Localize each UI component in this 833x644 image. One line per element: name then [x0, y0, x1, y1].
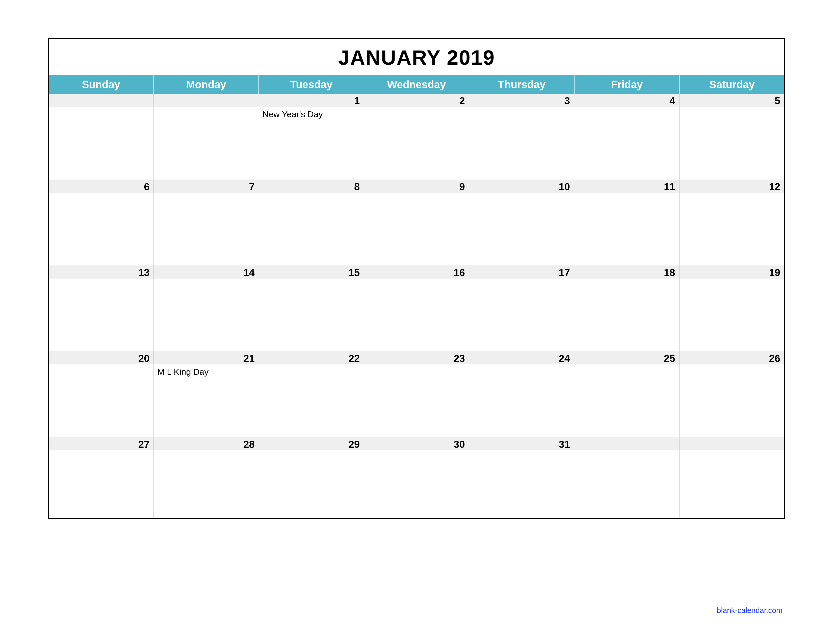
day-number: 24 [469, 351, 574, 364]
day-number: 15 [259, 266, 364, 279]
day-event [574, 364, 679, 437]
day-number: 25 [574, 351, 679, 364]
day-number: 2 [364, 94, 469, 107]
day-number: 4 [574, 94, 679, 107]
day-cell: 26 [680, 351, 784, 437]
day-number [574, 437, 679, 450]
day-cell: 7 [154, 180, 259, 266]
dow-saturday: Saturday [680, 75, 784, 94]
footer-link[interactable]: blank-calendar.com [717, 606, 783, 615]
day-cell: 23 [364, 351, 469, 437]
day-cell: 13 [49, 266, 154, 351]
day-event [49, 279, 153, 351]
day-number: 11 [574, 180, 679, 193]
day-number: 29 [259, 437, 364, 450]
day-cell: 22 [259, 351, 364, 437]
day-event [469, 450, 574, 518]
day-event: M L King Day [154, 364, 259, 437]
day-event [364, 364, 469, 437]
day-number: 6 [49, 180, 153, 193]
day-event [259, 364, 364, 437]
day-event [364, 450, 469, 518]
day-event [259, 279, 364, 351]
day-cell: 27 [49, 437, 154, 518]
day-number: 7 [154, 180, 259, 193]
day-event [469, 279, 574, 351]
day-cell: 5 [680, 94, 784, 180]
day-cell: 21 M L King Day [154, 351, 259, 437]
dow-friday: Friday [574, 75, 680, 94]
day-event [680, 450, 784, 518]
day-number [680, 437, 784, 450]
day-cell: 11 [574, 180, 679, 266]
day-event [469, 193, 574, 266]
day-number: 28 [154, 437, 259, 450]
day-event [469, 364, 574, 437]
day-number: 12 [680, 180, 784, 193]
day-cell: 28 [154, 437, 259, 518]
day-number: 8 [259, 180, 364, 193]
dow-sunday: Sunday [49, 75, 154, 94]
day-event [154, 279, 259, 351]
day-event [364, 107, 469, 180]
day-number: 17 [469, 266, 574, 279]
day-event [154, 193, 259, 266]
day-number: 20 [49, 351, 153, 364]
day-cell: 17 [469, 266, 574, 351]
day-cell [680, 437, 784, 518]
day-event [574, 107, 679, 180]
dow-monday: Monday [154, 75, 259, 94]
calendar-title: JANUARY 2019 [49, 39, 784, 75]
day-event [469, 107, 574, 180]
day-number: 13 [49, 266, 153, 279]
week-row: 20 21 M L King Day 22 23 24 [49, 351, 784, 437]
dow-wednesday: Wednesday [364, 75, 470, 94]
day-event [259, 450, 364, 518]
day-cell: 20 [49, 351, 154, 437]
day-number: 5 [680, 94, 784, 107]
day-event [574, 193, 679, 266]
day-event [364, 193, 469, 266]
week-row: 6 7 8 9 10 [49, 180, 784, 266]
day-number: 18 [574, 266, 679, 279]
day-number: 27 [49, 437, 153, 450]
dow-thursday: Thursday [469, 75, 574, 94]
dow-tuesday: Tuesday [259, 75, 364, 94]
day-event [49, 364, 153, 437]
day-cell: 16 [364, 266, 469, 351]
week-row: 1 New Year's Day 2 3 4 5 [49, 94, 784, 180]
day-number: 9 [364, 180, 469, 193]
day-event [680, 279, 784, 351]
week-row: 27 28 29 30 31 [49, 437, 784, 518]
day-cell: 1 New Year's Day [259, 94, 364, 180]
day-cell: 24 [469, 351, 574, 437]
day-event [49, 193, 153, 266]
day-number: 21 [154, 351, 259, 364]
day-number: 22 [259, 351, 364, 364]
day-cell: 15 [259, 266, 364, 351]
day-number: 10 [469, 180, 574, 193]
page: JANUARY 2019 Sunday Monday Tuesday Wedne… [0, 0, 833, 644]
day-event [574, 279, 679, 351]
day-number [154, 94, 259, 107]
day-cell: 25 [574, 351, 679, 437]
day-cell: 10 [469, 180, 574, 266]
day-event [49, 107, 153, 180]
day-event [259, 193, 364, 266]
day-cell [574, 437, 679, 518]
day-cell: 31 [469, 437, 574, 518]
day-event [680, 193, 784, 266]
day-event [680, 364, 784, 437]
day-cell: 30 [364, 437, 469, 518]
day-event [364, 279, 469, 351]
day-event [154, 107, 259, 180]
day-number: 23 [364, 351, 469, 364]
day-number: 3 [469, 94, 574, 107]
day-cell: 3 [469, 94, 574, 180]
day-cell: 18 [574, 266, 679, 351]
day-of-week-header-row: Sunday Monday Tuesday Wednesday Thursday… [49, 75, 784, 94]
day-event [680, 107, 784, 180]
day-event: New Year's Day [259, 107, 364, 180]
day-event [49, 450, 153, 518]
day-cell [49, 94, 154, 180]
